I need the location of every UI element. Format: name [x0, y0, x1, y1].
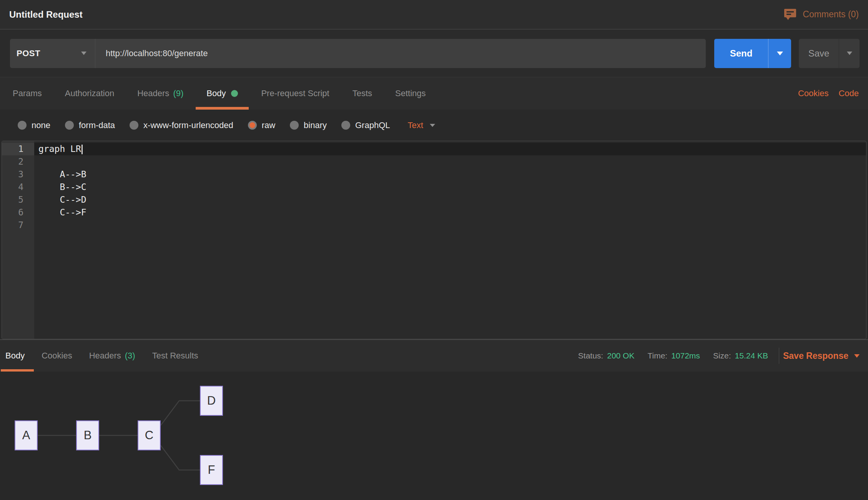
chevron-down-icon [847, 52, 852, 55]
status-label: Status: [578, 351, 603, 360]
response-body: ABCDF [0, 372, 868, 500]
status-item: Size:15.24 KB [713, 351, 768, 360]
radio-label: binary [304, 120, 327, 130]
tab-label: Body [206, 88, 226, 98]
chevron-down-icon [430, 124, 435, 127]
tab-body[interactable]: Body [206, 77, 238, 110]
flowchart-node-A: A [15, 420, 38, 450]
line-number: 4 [2, 181, 34, 193]
flowchart-node-D: D [200, 386, 223, 416]
radio-dot-icon [130, 121, 138, 130]
line-number: 7 [2, 219, 34, 232]
url-input[interactable]: http://localhost:80/generate [95, 39, 706, 68]
url-container: POST http://localhost:80/generate [10, 39, 706, 68]
radio-label: GraphQL [355, 120, 390, 130]
comments-icon [784, 8, 796, 20]
status-item: Status:200 OK [578, 351, 635, 360]
line-number: 3 [2, 168, 34, 181]
radio-dot-icon [18, 121, 27, 130]
tab-params[interactable]: Params [13, 77, 42, 110]
radio-label: form-data [79, 120, 115, 130]
radio-dot-icon [248, 121, 257, 130]
response-header: BodyCookiesHeaders(3)Test Results Status… [0, 339, 868, 372]
response-tab-test-results[interactable]: Test Results [152, 340, 198, 372]
radio-dot-icon [65, 121, 74, 130]
save-response-button[interactable]: Save Response [783, 340, 860, 372]
tab-pre-request-script[interactable]: Pre-request Script [261, 77, 329, 110]
comments-label: Comments (0) [803, 9, 859, 20]
radio-graphql[interactable]: GraphQL [341, 120, 390, 130]
tab-authorization[interactable]: Authorization [65, 77, 114, 110]
tab-label: Authorization [65, 88, 114, 98]
send-options-button[interactable] [768, 39, 791, 68]
flowchart-edge-C-D [161, 401, 200, 425]
method-label: POST [17, 48, 40, 58]
code-line[interactable]: C-->F [34, 206, 866, 219]
chevron-down-icon [777, 52, 783, 55]
radio-none[interactable]: none [18, 120, 50, 130]
divider [779, 348, 779, 364]
editor-strip: 1234567 graph LR A-->B B-->C C-->D C-->F [0, 141, 868, 339]
send-button[interactable]: Send [714, 39, 768, 68]
status-value: 1072ms [671, 351, 700, 360]
radio-raw[interactable]: raw [248, 120, 275, 130]
tab-settings[interactable]: Settings [395, 77, 426, 110]
method-select[interactable]: POST [10, 39, 95, 68]
save-button[interactable]: Save [799, 39, 839, 68]
flowchart-node-C: C [138, 420, 161, 450]
code-text: C-->F [38, 207, 86, 217]
tab-label: Pre-request Script [261, 88, 329, 98]
editor-code[interactable]: graph LR A-->B B-->C C-->D C-->F [34, 141, 866, 339]
tab-count-badge: (3) [125, 351, 135, 361]
tab-label: Tests [353, 88, 372, 98]
code-text: B-->C [38, 182, 86, 192]
text-caret [81, 145, 83, 154]
tab-count-badge: (9) [173, 88, 183, 98]
tab-headers[interactable]: Headers(9) [137, 77, 183, 110]
line-number: 2 [2, 155, 34, 168]
tab-label: Params [13, 88, 42, 98]
code-line[interactable]: A-->B [34, 168, 866, 181]
code-line[interactable] [34, 219, 866, 232]
tab-label: Headers [89, 351, 121, 361]
radio-label: none [32, 120, 50, 130]
request-tabs: ParamsAuthorizationHeaders(9)BodyPre-req… [13, 77, 426, 110]
app-window: Untitled Request Comments (0) POST http:… [0, 0, 868, 500]
status-label: Time: [647, 351, 667, 360]
radio-form-data[interactable]: form-data [65, 120, 115, 130]
code-line[interactable]: graph LR [34, 143, 866, 155]
response-tab-headers[interactable]: Headers(3) [89, 340, 135, 372]
code-line[interactable] [34, 155, 866, 168]
chevron-down-icon [81, 52, 86, 55]
green-dot-icon [231, 90, 238, 97]
line-number: 1 [2, 143, 34, 155]
save-options-button[interactable] [839, 39, 860, 68]
status-value: 15.24 KB [735, 351, 768, 360]
line-number: 6 [2, 206, 34, 219]
link-cookies[interactable]: Cookies [798, 88, 828, 98]
radio-binary[interactable]: binary [290, 120, 327, 130]
request-bar: POST http://localhost:80/generate Send S… [0, 30, 868, 77]
radio-x-www-form-urlencoded[interactable]: x-www-form-urlencoded [130, 120, 233, 130]
response-tab-body[interactable]: Body [5, 340, 25, 372]
request-tabs-row: ParamsAuthorizationHeaders(9)BodyPre-req… [0, 77, 868, 110]
tab-label: Headers [137, 88, 169, 98]
editor-gutter: 1234567 [2, 141, 34, 339]
tab-label: Cookies [42, 351, 72, 361]
code-text: C-->D [38, 195, 86, 205]
radio-label: raw [262, 120, 275, 130]
link-code[interactable]: Code [838, 88, 859, 98]
comments-button[interactable]: Comments (0) [784, 8, 859, 20]
response-tab-cookies[interactable]: Cookies [42, 340, 72, 372]
radio-label: x-www-form-urlencoded [143, 120, 233, 130]
raw-format-select[interactable]: Text [408, 120, 435, 130]
response-tabs: BodyCookiesHeaders(3)Test Results [5, 340, 198, 372]
code-line[interactable]: C-->D [34, 193, 866, 206]
save-response-label: Save Response [783, 351, 848, 361]
tab-tests[interactable]: Tests [353, 77, 372, 110]
radio-dot-icon [341, 121, 350, 130]
request-body-editor[interactable]: 1234567 graph LR A-->B B-->C C-->D C-->F [2, 141, 866, 339]
header-links: CookiesCode [798, 77, 859, 110]
body-type-radios: noneform-datax-www-form-urlencodedrawbin… [18, 120, 390, 130]
code-line[interactable]: B-->C [34, 181, 866, 193]
